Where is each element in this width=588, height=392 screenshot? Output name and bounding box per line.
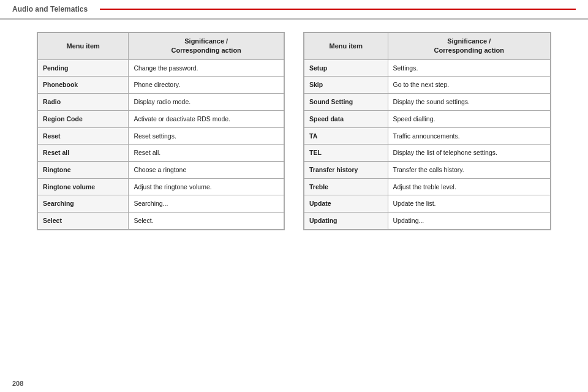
left-table-container: Menu item Significance /Corresponding ac…	[37, 32, 285, 230]
menu-item-cell: Searching	[38, 195, 129, 213]
menu-item-cell: Sound Setting	[304, 94, 388, 111]
action-cell: Settings.	[388, 59, 551, 77]
menu-item-cell: TEL	[304, 145, 388, 162]
action-cell: Activate or deactivate RDS mode.	[129, 110, 284, 127]
table-row: PendingChange the password.	[38, 59, 284, 77]
menu-item-cell: Radio	[38, 94, 129, 111]
action-cell: Choose a ringtone	[129, 161, 284, 178]
menu-item-cell: Select	[38, 212, 129, 229]
action-cell: Searching...	[129, 195, 284, 213]
menu-item-cell: Updating	[304, 212, 388, 229]
action-cell: Display radio mode.	[129, 94, 284, 111]
menu-item-cell: TA	[304, 127, 388, 145]
menu-item-cell: Pending	[38, 59, 129, 77]
action-cell: Update the list.	[388, 195, 551, 213]
table-row: Transfer historyTransfer the calls histo…	[304, 161, 551, 178]
action-cell: Transfer the calls history.	[388, 161, 551, 178]
table-row: ResetReset settings.	[38, 127, 284, 145]
table-row: Speed dataSpeed dialling.	[304, 110, 551, 127]
page-number: 208	[12, 380, 23, 387]
table-row: UpdatingUpdating...	[304, 212, 551, 229]
action-cell: Speed dialling.	[388, 110, 551, 127]
action-cell: Traffic announcements.	[388, 127, 551, 145]
right-col2-header: Significance /Corresponding action	[388, 33, 551, 60]
action-cell: Change the password.	[129, 59, 284, 77]
menu-item-cell: Phonebook	[38, 77, 129, 94]
menu-item-cell: Reset	[38, 127, 129, 145]
menu-item-cell: Ringtone	[38, 161, 129, 178]
table-row: PhonebookPhone directory.	[38, 77, 284, 94]
action-cell: Phone directory.	[129, 77, 284, 94]
menu-item-cell: Region Code	[38, 110, 129, 127]
menu-item-cell: Skip	[304, 77, 388, 94]
table-row: Sound SettingDisplay the sound settings.	[304, 94, 551, 111]
table-row: SkipGo to the next step.	[304, 77, 551, 94]
action-cell: Display the list of telephone settings.	[388, 145, 551, 162]
right-table: Menu item Significance /Corresponding ac…	[304, 32, 551, 230]
table-row: UpdateUpdate the list.	[304, 195, 551, 213]
menu-item-cell: Treble	[304, 178, 388, 195]
action-cell: Display the sound settings.	[388, 94, 551, 111]
menu-item-cell: Speed data	[304, 110, 388, 127]
header-accent-line	[100, 9, 576, 10]
action-cell: Select.	[129, 212, 284, 229]
section-title: Audio and Telematics	[12, 5, 88, 13]
action-cell: Reset all.	[129, 145, 284, 162]
table-row: Ringtone volumeAdjust the ringtone volum…	[38, 178, 284, 195]
table-row: Reset allReset all.	[38, 145, 284, 162]
table-row: RingtoneChoose a ringtone	[38, 161, 284, 178]
main-content: Menu item Significance /Corresponding ac…	[0, 26, 588, 236]
left-col2-header: Significance /Corresponding action	[129, 33, 284, 60]
table-row: Region CodeActivate or deactivate RDS mo…	[38, 110, 284, 127]
menu-item-cell: Reset all	[38, 145, 129, 162]
table-row: TATraffic announcements.	[304, 127, 551, 145]
left-col1-header: Menu item	[38, 33, 129, 60]
table-row: RadioDisplay radio mode.	[38, 94, 284, 111]
action-cell: Adjust the treble level.	[388, 178, 551, 195]
action-cell: Go to the next step.	[388, 77, 551, 94]
menu-item-cell: Ringtone volume	[38, 178, 129, 195]
menu-item-cell: Update	[304, 195, 388, 213]
table-row: SelectSelect.	[38, 212, 284, 229]
table-row: TrebleAdjust the treble level.	[304, 178, 551, 195]
menu-item-cell: Setup	[304, 59, 388, 77]
right-col1-header: Menu item	[304, 33, 388, 60]
table-row: SearchingSearching...	[38, 195, 284, 213]
action-cell: Adjust the ringtone volume.	[129, 178, 284, 195]
table-row: SetupSettings.	[304, 59, 551, 77]
right-table-container: Menu item Significance /Corresponding ac…	[303, 32, 551, 230]
table-row: TELDisplay the list of telephone setting…	[304, 145, 551, 162]
left-table: Menu item Significance /Corresponding ac…	[37, 32, 284, 230]
page-header: Audio and Telematics	[0, 0, 588, 20]
action-cell: Reset settings.	[129, 127, 284, 145]
menu-item-cell: Transfer history	[304, 161, 388, 178]
action-cell: Updating...	[388, 212, 551, 229]
